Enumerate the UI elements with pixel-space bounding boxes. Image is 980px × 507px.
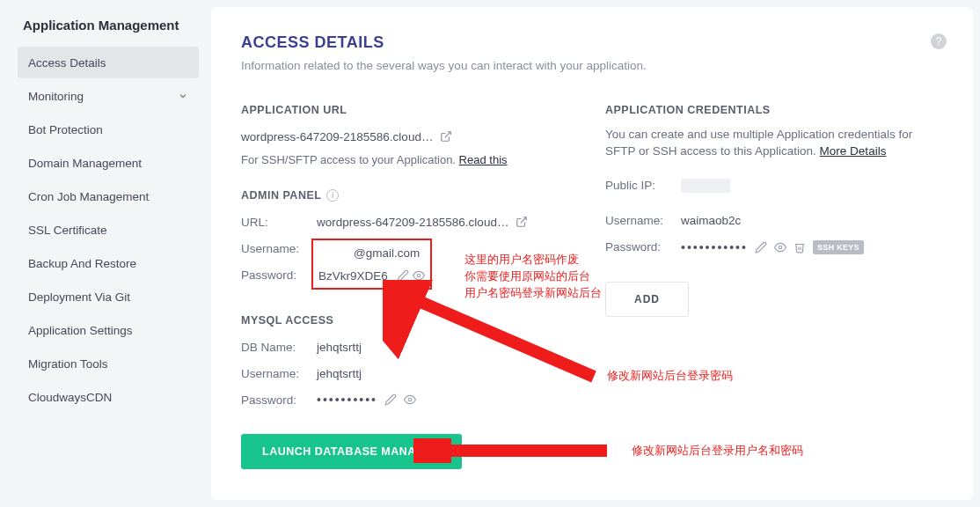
add-credential-button[interactable]: ADD [605,282,689,317]
mysql-password-label: Password: [241,393,317,407]
eye-icon[interactable] [774,241,786,254]
admin-url-label: URL: [241,216,317,229]
page-title: ACCESS DETAILS [241,33,943,52]
page-subtitle: Information related to the several ways … [241,59,943,72]
help-icon[interactable]: ? [931,33,947,49]
ssh-note: For SSH/SFTP access to your Application.… [241,153,579,166]
credentials-description: You can create and use multiple Applicat… [605,127,943,160]
sidebar-item-migration-tools[interactable]: Migration Tools [18,348,199,379]
mysql-password-value: •••••••••• [317,393,377,407]
admin-password-value: BzVkr9XDE6 [318,269,388,283]
mysql-username-value: jehqtsrttj [317,367,362,380]
section-header-app-url: APPLICATION URL [241,104,579,116]
external-link-icon[interactable] [440,130,452,143]
sidebar-item-ssl-certificate[interactable]: SSL Certificate [18,214,199,246]
cred-username-label: Username: [605,214,681,227]
eye-icon[interactable] [404,393,416,406]
public-ip-value [681,179,730,193]
mysql-dbname-value: jehqtsrttj [317,341,362,354]
external-link-icon[interactable] [516,216,528,228]
chevron-down-icon [178,91,188,101]
admin-username-label: Username: [241,242,317,255]
section-header-mysql: MYSQL ACCESS [241,314,579,327]
sidebar-item-backup-restore[interactable]: Backup And Restore [18,247,199,279]
sidebar-item-bot-protection[interactable]: Bot Protection [18,114,199,145]
svg-point-3 [408,398,412,401]
launch-database-manager-button[interactable]: LAUNCH DATABASE MANAGER [241,434,462,469]
admin-credentials-highlight: @gmail.com BzVkr9XDE6 [311,239,432,290]
sidebar-title: Application Management [18,18,199,33]
pencil-icon[interactable] [755,241,767,254]
svg-point-2 [417,274,421,277]
ssh-read-this-link[interactable]: Read this [459,153,508,166]
admin-username-value: @gmail.com [354,246,420,260]
sidebar-item-monitoring[interactable]: Monitoring [18,80,199,112]
sidebar-item-cron-job-management[interactable]: Cron Job Management [18,180,199,212]
app-url-value: wordpress-647209-2185586.cloud… [241,130,433,143]
column-right: APPLICATION CREDENTIALS You can create a… [605,104,943,469]
cred-password-label: Password: [605,240,681,254]
trash-icon[interactable] [794,241,806,254]
sidebar-item-cloudways-cdn[interactable]: CloudwaysCDN [18,381,199,413]
section-header-credentials: APPLICATION CREDENTIALS [605,104,943,116]
svg-line-1 [521,217,526,223]
eye-icon[interactable] [413,269,425,282]
column-left: APPLICATION URL wordpress-647209-2185586… [241,104,579,469]
public-ip-label: Public IP: [605,179,681,192]
mysql-username-label: Username: [241,367,317,380]
admin-password-label: Password: [241,268,317,282]
section-header-admin-panel: ADMIN PANEL i [241,189,579,202]
ssh-keys-badge[interactable]: SSH KEYS [813,240,864,254]
sidebar: Application Management Access Details Mo… [0,0,211,507]
sidebar-item-access-details[interactable]: Access Details [18,47,199,78]
sidebar-item-domain-management[interactable]: Domain Management [18,147,199,179]
mysql-dbname-label: DB Name: [241,341,317,354]
main-panel: ? ACCESS DETAILS Information related to … [211,7,973,500]
pencil-icon[interactable] [397,269,409,282]
sidebar-item-deployment-git[interactable]: Deployment Via Git [18,281,199,312]
pencil-icon[interactable] [384,393,397,406]
credentials-more-details-link[interactable]: More Details [820,144,887,158]
cred-password-value: ••••••••••• [681,240,748,254]
svg-point-4 [779,246,782,249]
sidebar-item-application-settings[interactable]: Application Settings [18,314,199,346]
cred-username-value: waimaob2c [681,214,741,227]
admin-url-value: wordpress-647209-2185586.cloud… [317,216,508,229]
info-icon[interactable]: i [326,189,339,202]
svg-line-0 [445,132,450,137]
